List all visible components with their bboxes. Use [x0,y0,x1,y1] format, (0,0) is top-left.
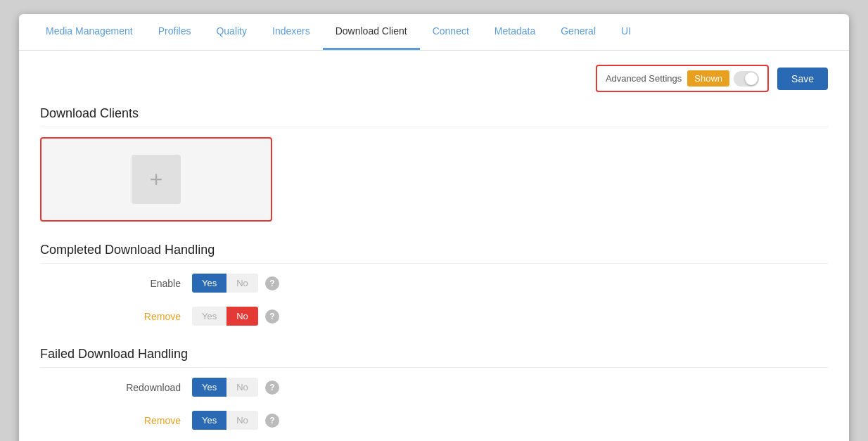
remove-toggle-group: Yes No [192,307,258,326]
completed-download-handling-title: Completed Download Handling [40,243,828,264]
add-client-card[interactable]: + [40,137,272,222]
failed-remove-row: Remove Yes No ? [40,411,828,430]
tab-ui[interactable]: UI [608,14,644,50]
redownload-help-icon[interactable]: ? [265,381,279,395]
remove-yes-button[interactable]: Yes [192,307,226,326]
tab-download-client[interactable]: Download Client [323,14,420,50]
advanced-settings-label: Advanced Settings [606,73,682,84]
remove-row: Remove Yes No ? [40,307,828,326]
shown-button[interactable]: Shown [687,70,729,87]
nav-tabs: Media Management Profiles Quality Indexe… [19,14,849,51]
header-row: Advanced Settings Shown Save [40,65,828,92]
tab-connect[interactable]: Connect [420,14,482,50]
tab-quality[interactable]: Quality [203,14,260,50]
add-client-icon: + [132,155,181,204]
page-content: Advanced Settings Shown Save Download Cl… [19,51,849,441]
tab-media-management[interactable]: Media Management [33,14,146,50]
completed-download-handling-section: Completed Download Handling Enable Yes N… [40,243,828,326]
failed-remove-yes-button[interactable]: Yes [192,411,226,430]
enable-no-button[interactable]: No [226,274,258,293]
advanced-settings-box: Advanced Settings Shown [596,65,769,92]
tab-general[interactable]: General [548,14,608,50]
enable-row: Enable Yes No ? [40,274,828,293]
tab-metadata[interactable]: Metadata [482,14,548,50]
redownload-toggle-group: Yes No [192,378,258,397]
failed-download-handling-section: Failed Download Handling Redownload Yes … [40,347,828,430]
enable-yes-button[interactable]: Yes [192,274,226,293]
enable-toggle-group: Yes No [192,274,258,293]
remove-help-icon[interactable]: ? [265,309,279,324]
save-button[interactable]: Save [777,68,828,90]
remove-no-button[interactable]: No [226,307,258,326]
download-clients-section: Download Clients + [40,106,828,222]
failed-remove-label: Remove [68,415,181,426]
enable-label: Enable [68,278,181,289]
tab-profiles[interactable]: Profiles [146,14,204,50]
failed-remove-no-button[interactable]: No [226,411,258,430]
redownload-label: Redownload [68,382,181,393]
download-clients-title: Download Clients [40,106,828,127]
enable-help-icon[interactable]: ? [265,276,279,290]
redownload-yes-button[interactable]: Yes [192,378,226,397]
failed-remove-toggle-group: Yes No [192,411,258,430]
tab-indexers[interactable]: Indexers [260,14,323,50]
advanced-settings-toggle[interactable] [734,71,759,87]
redownload-no-button[interactable]: No [226,378,258,397]
failed-download-handling-title: Failed Download Handling [40,347,828,368]
failed-remove-help-icon[interactable]: ? [265,414,279,428]
redownload-row: Redownload Yes No ? [40,378,828,397]
main-container: Media Management Profiles Quality Indexe… [19,14,849,441]
remove-label: Remove [68,311,181,322]
